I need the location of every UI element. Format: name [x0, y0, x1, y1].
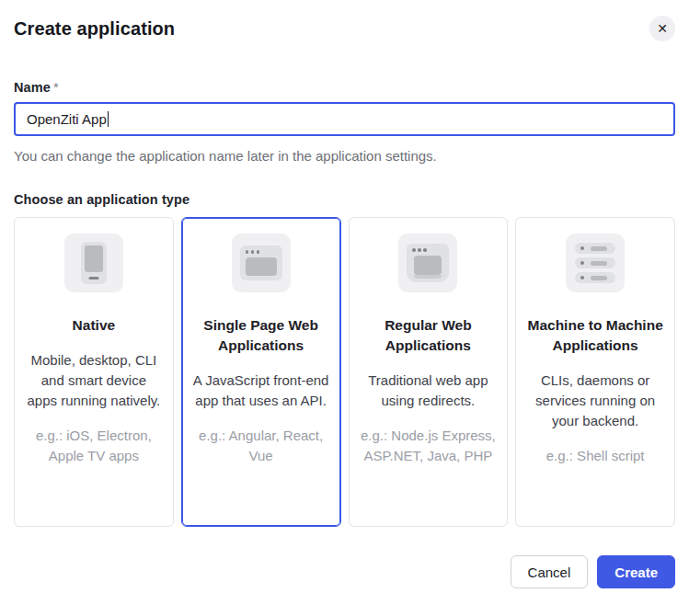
card-title: Single Page Web Applications	[193, 315, 329, 356]
application-type-cards: Native Mobile, desktop, CLI and smart de…	[14, 217, 675, 527]
required-marker: *	[53, 80, 59, 95]
dialog-header: Create application ✕	[14, 0, 675, 41]
name-helper-text: You can change the application name late…	[14, 148, 675, 164]
text-caret	[108, 111, 109, 127]
card-machine-to-machine[interactable]: Machine to Machine Applications CLIs, da…	[515, 217, 675, 527]
name-input-value: OpenZiti App	[27, 111, 107, 127]
card-title: Machine to Machine Applications	[527, 315, 663, 356]
browser-window-icon	[232, 234, 291, 292]
card-native[interactable]: Native Mobile, desktop, CLI and smart de…	[14, 217, 174, 527]
card-title: Native	[26, 315, 162, 336]
card-example: e.g.: Node.js Express, ASP.NET, Java, PH…	[361, 426, 497, 466]
name-input[interactable]: OpenZiti App	[14, 102, 675, 136]
create-button[interactable]: Create	[597, 555, 675, 588]
card-example: e.g.: Shell script	[527, 446, 663, 466]
cancel-button[interactable]: Cancel	[511, 555, 589, 588]
close-button[interactable]: ✕	[649, 16, 675, 41]
name-label: Name*	[14, 80, 675, 95]
mobile-phone-icon	[64, 234, 123, 292]
type-section-label: Choose an application type	[14, 192, 675, 207]
card-regular-web[interactable]: Regular Web Applications Traditional web…	[349, 217, 509, 527]
card-single-page-web[interactable]: Single Page Web Applications A JavaScrip…	[181, 217, 341, 527]
create-application-dialog: Create application ✕ Name* OpenZiti App …	[0, 0, 689, 616]
card-description: Traditional web app using redirects.	[361, 371, 497, 411]
card-description: A JavaScript front-end app that uses an …	[193, 371, 329, 411]
card-example: e.g.: iOS, Electron, Apple TV apps	[26, 426, 162, 466]
dialog-title: Create application	[14, 18, 175, 40]
dialog-footer: Cancel Create	[14, 555, 675, 588]
name-section: Name* OpenZiti App You can change the ap…	[14, 80, 675, 164]
close-icon: ✕	[657, 22, 668, 35]
card-title: Regular Web Applications	[361, 315, 497, 356]
server-stack-icon	[566, 234, 625, 292]
card-description: Mobile, desktop, CLI and smart device ap…	[26, 350, 162, 411]
card-description: CLIs, daemons or services running on you…	[527, 371, 663, 431]
card-example: e.g.: Angular, React, Vue	[193, 426, 329, 466]
application-type-section: Choose an application type Native Mobile…	[14, 192, 675, 527]
web-app-window-icon	[398, 234, 457, 292]
